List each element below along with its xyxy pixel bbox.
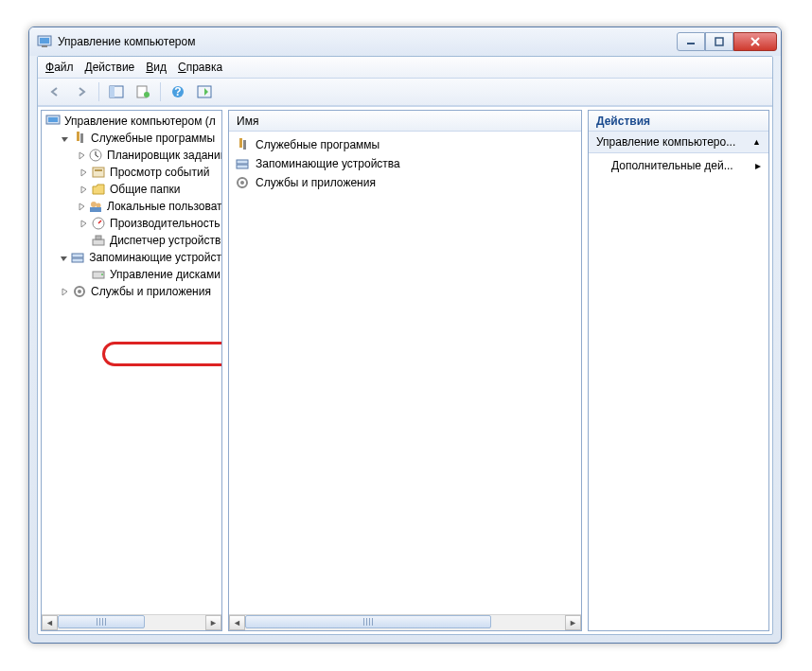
services-icon [235,175,250,190]
svg-rect-33 [237,160,248,164]
tools-icon [72,131,87,146]
tree-disk-management[interactable]: Управление дисками [42,266,221,283]
column-header-name[interactable]: Имя [229,111,581,132]
toolbar: ? [38,79,772,106]
titlebar[interactable]: Управление компьютером [29,27,781,56]
tree-performance[interactable]: Производительность [42,215,221,232]
menu-view[interactable]: Вид [146,61,167,74]
scroll-right-button[interactable]: ► [565,615,581,630]
svg-rect-18 [95,169,102,171]
expand-icon[interactable] [59,286,70,297]
actions-header: Действия [589,111,768,132]
svg-rect-17 [93,168,104,177]
scroll-right-button[interactable]: ► [205,615,221,630]
tree-services-apps[interactable]: Службы и приложения [42,283,221,300]
event-icon [91,165,106,180]
tools-icon [235,137,250,152]
tree-device-manager[interactable]: Диспетчер устройств [42,232,221,249]
back-button[interactable] [44,81,66,102]
svg-rect-13 [48,117,58,122]
tree-local-users[interactable]: Локальные пользоват [42,198,221,215]
svg-point-30 [78,290,81,293]
tree-pane: Управление компьютером (л Служебные прог… [41,110,222,631]
svg-point-8 [144,92,150,97]
clock-icon [88,148,103,163]
svg-rect-34 [237,165,248,168]
action-more[interactable]: Дополнительные дей... ▸ [589,153,768,178]
tree-system-tools[interactable]: Служебные программы [42,130,221,147]
menubar: Файл Действие Вид Справка [38,57,772,79]
tree-event-viewer[interactable]: Просмотр событий [42,164,221,181]
menu-file[interactable]: Файл [45,61,74,74]
device-icon [91,233,106,248]
list-item[interactable]: Запоминающие устройства [229,154,581,173]
scroll-left-button[interactable]: ◄ [42,615,58,630]
performance-icon [91,216,106,231]
window-title: Управление компьютером [58,35,677,48]
expand-icon[interactable] [78,184,89,195]
collapse-icon[interactable] [59,132,70,144]
minimize-button[interactable] [677,32,705,51]
menu-action[interactable]: Действие [85,61,135,74]
list-item[interactable]: Служебные программы [229,135,581,154]
users-icon [88,199,103,214]
storage-icon [70,250,85,265]
svg-rect-21 [90,207,101,212]
forward-button[interactable] [70,81,93,102]
actions-pane: Действия Управление компьютеро... ▲ Допо… [588,110,769,631]
window-body: Файл Действие Вид Справка ? У [37,56,773,635]
services-icon [72,284,87,299]
tree-hscrollbar[interactable]: ◄ ► [42,614,221,630]
tree-storage[interactable]: Запоминающие устройст [42,249,221,266]
computer-icon [45,114,61,129]
properties-button[interactable] [132,81,154,102]
svg-rect-4 [715,38,723,45]
svg-rect-25 [72,254,83,257]
tree-task-scheduler[interactable]: Планировщик заданий [42,147,221,164]
scroll-thumb[interactable] [58,615,145,628]
chevron-right-icon: ▸ [755,159,761,172]
svg-rect-2 [42,45,47,47]
show-hide-tree-button[interactable] [105,81,128,102]
svg-point-28 [101,274,103,275]
list-item[interactable]: Службы и приложения [229,173,581,192]
disk-icon [91,267,106,282]
folder-shared-icon [91,182,106,197]
close-button[interactable] [733,32,777,51]
svg-rect-15 [80,133,83,143]
expand-icon[interactable] [78,150,86,161]
tree-shared-folders[interactable]: Общие папки [42,181,221,198]
actions-group[interactable]: Управление компьютеро... ▲ [589,132,768,153]
svg-rect-14 [77,132,79,141]
collapse-icon[interactable] [59,252,68,263]
app-icon [37,34,52,49]
collapse-icon[interactable]: ▲ [752,137,761,147]
refresh-button[interactable] [193,81,216,102]
expand-icon[interactable] [78,201,86,212]
expand-icon[interactable] [78,218,89,229]
svg-rect-24 [96,236,101,239]
storage-icon [235,156,250,171]
scroll-thumb[interactable] [245,615,491,628]
svg-rect-23 [93,239,104,245]
list-hscrollbar[interactable]: ◄ ► [229,614,581,630]
svg-rect-26 [72,258,83,262]
maximize-button[interactable] [705,32,733,51]
help-button[interactable]: ? [167,81,189,102]
tree-root[interactable]: Управление компьютером (л [42,113,221,130]
svg-rect-1 [40,38,49,44]
svg-point-20 [97,203,101,208]
svg-rect-32 [243,140,246,150]
svg-rect-3 [687,43,695,44]
expand-icon[interactable] [78,167,89,178]
window-frame: Управление компьютером Файл Действие Вид… [28,26,782,644]
scroll-left-button[interactable]: ◄ [229,615,245,630]
svg-point-36 [240,181,244,185]
menu-help[interactable]: Справка [178,61,222,74]
svg-rect-31 [239,138,242,148]
list-pane: Имя Служебные программы Запоминающие уст… [228,110,582,631]
svg-text:?: ? [174,85,181,98]
svg-point-19 [91,202,97,207]
svg-rect-6 [110,86,115,97]
